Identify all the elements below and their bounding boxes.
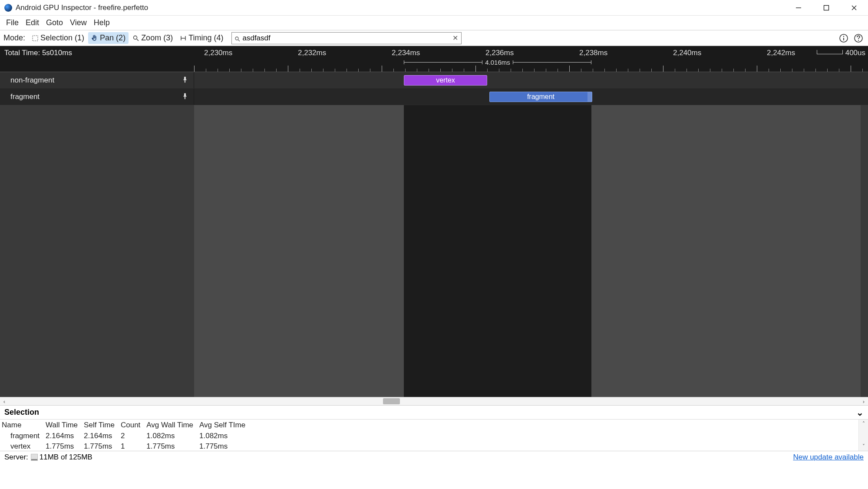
mode-label: Mode: [3,33,25,43]
hscroll-right-arrow[interactable]: › [859,398,868,405]
selection-title: Selection [4,408,39,417]
hscroll-left-arrow[interactable]: ‹ [0,398,9,405]
column-header[interactable]: Wall Time [44,420,82,431]
table-row[interactable]: vertex1.775ms1.775ms11.775ms1.775ms [0,441,250,451]
chevron-down-icon[interactable]: ⌄ [856,407,864,418]
update-link[interactable]: New update available [793,453,864,462]
tick-row [0,64,868,72]
minimize-button[interactable] [785,0,812,16]
selection-header[interactable]: Selection ⌄ [0,406,868,420]
timeline-hscrollbar[interactable]: ‹ › [0,397,868,406]
vscroll-up-arrow[interactable]: ˄ [862,420,865,428]
selection-icon [32,35,39,42]
search-input[interactable] [242,34,452,43]
timeline[interactable]: Total Time: 5s010ms 400us 2,230ms2,232ms… [0,46,868,397]
memory-text: 11MB of 125MB [40,453,92,462]
mode-selection-label: Selection (1) [40,33,84,43]
tick-label: 2,234ms [392,49,420,57]
timing-icon [180,35,187,42]
window-title: Android GPU Inspector - freefire.perfett… [16,3,148,12]
scale-label: 400us [817,49,865,57]
svg-point-5 [134,36,137,39]
info-button[interactable] [838,32,850,44]
timeline-body[interactable]: non-fragmentvertexfragmentfragment [0,72,868,397]
selection-table: NameWall TimeSelf TimeCountAvg Wall Time… [0,420,250,451]
menu-file[interactable]: File [3,17,22,29]
memory-gauge-icon [31,454,38,461]
mode-zoom[interactable]: Zoom (3) [129,32,176,44]
toolbar: Mode: Selection (1) Pan (2) Zoom (3) Tim… [0,30,868,46]
mode-pan[interactable]: Pan (2) [88,32,129,44]
zoom-icon [132,35,139,42]
column-header[interactable]: Avg Self TIme [198,420,250,431]
column-header[interactable]: Count [119,420,145,431]
track-row[interactable]: non-fragmentvertex [0,72,868,89]
app-icon [4,4,12,12]
scale-value: 400us [845,49,865,57]
help-button[interactable] [852,32,865,44]
vscroll-down-arrow[interactable]: ˅ [862,442,865,451]
mode-pan-label: Pan (2) [100,33,125,43]
tick-label: 2,236ms [485,49,514,57]
pin-icon[interactable] [182,76,188,84]
tick-label: 2,238ms [579,49,607,57]
menu-view[interactable]: View [66,17,90,29]
timeline-ruler[interactable]: Total Time: 5s010ms 400us 2,230ms2,232ms… [0,46,868,72]
hscroll-thumb[interactable] [383,398,400,404]
pin-icon[interactable] [182,93,188,100]
mode-timing-label: Timing (4) [188,33,223,43]
hscroll-track[interactable] [9,397,859,405]
clear-search-icon[interactable]: ✕ [452,34,459,42]
slice-vertex[interactable]: vertex [404,75,487,86]
pan-icon [91,35,98,42]
slice-fragment[interactable]: fragment [489,92,592,102]
tick-label: 2,232ms [298,49,326,57]
search-field[interactable]: ✕ [231,32,462,44]
menu-edit[interactable]: Edit [22,17,43,29]
track-lane[interactable]: vertex [194,72,868,88]
mode-zoom-label: Zoom (3) [141,33,173,43]
column-header[interactable]: Name [0,420,44,431]
table-row[interactable]: fragment2.164ms2.164ms21.082ms1.082ms [0,431,250,441]
scale-bracket-icon [817,50,843,54]
selection-panel: Selection ⌄ NameWall TimeSelf TimeCountA… [0,406,868,451]
svg-line-11 [238,40,240,41]
svg-point-13 [843,36,844,36]
svg-line-6 [137,39,139,41]
slice-handle[interactable] [587,92,592,102]
selection-vscrollbar[interactable]: ˄ ˅ [858,420,868,451]
menu-help[interactable]: Help [90,17,113,29]
statusbar: Server: 11MB of 125MB New update availab… [0,451,868,463]
track-label[interactable]: non-fragment [0,72,194,88]
menubar: File Edit Goto View Help [0,16,868,30]
search-icon [234,35,241,41]
svg-point-16 [858,40,859,40]
close-button[interactable] [840,0,868,16]
total-time-label: Total Time: 5s010ms [4,49,72,57]
svg-rect-1 [824,5,829,10]
tick-label: 2,240ms [673,49,701,57]
tick-label: 2,230ms [204,49,232,57]
track-label[interactable]: fragment [0,89,194,105]
titlebar: Android GPU Inspector - freefire.perfett… [0,0,868,16]
svg-rect-4 [33,36,38,41]
mode-timing[interactable]: Timing (4) [177,32,226,44]
svg-point-10 [235,37,238,40]
mode-selection[interactable]: Selection (1) [29,32,87,44]
column-header[interactable]: Self Time [82,420,119,431]
track-lane[interactable]: fragment [194,89,868,105]
column-header[interactable]: Avg Wall Time [145,420,198,431]
server-label: Server: [4,453,28,462]
menu-goto[interactable]: Goto [43,17,66,29]
maximize-button[interactable] [812,0,840,16]
tick-label: 2,242ms [767,49,795,57]
track-row[interactable]: fragmentfragment [0,89,868,105]
